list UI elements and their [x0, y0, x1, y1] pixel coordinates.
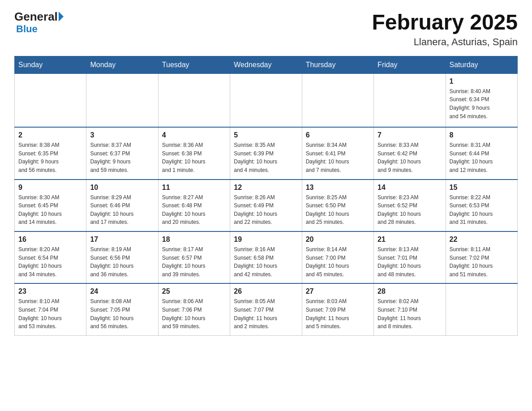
day-info: Sunrise: 8:30 AMSunset: 6:45 PMDaylight:…: [18, 193, 82, 227]
day-number: 6: [306, 131, 370, 139]
day-info: Sunrise: 8:27 AMSunset: 6:48 PMDaylight:…: [162, 193, 226, 227]
day-info: Sunrise: 8:40 AMSunset: 6:34 PMDaylight:…: [450, 87, 514, 120]
day-info: Sunrise: 8:16 AMSunset: 6:58 PMDaylight:…: [234, 245, 298, 278]
calendar-week-1: 1Sunrise: 8:40 AMSunset: 6:34 PMDaylight…: [15, 73, 518, 127]
calendar-cell: 10Sunrise: 8:29 AMSunset: 6:46 PMDayligh…: [86, 180, 158, 231]
day-number: 20: [306, 235, 370, 244]
calendar-cell: 1Sunrise: 8:40 AMSunset: 6:34 PMDaylight…: [446, 73, 517, 127]
calendar-cell: [446, 283, 517, 335]
calendar-cell: 15Sunrise: 8:22 AMSunset: 6:53 PMDayligh…: [446, 180, 517, 231]
day-number: 24: [90, 287, 154, 295]
calendar-cell: 14Sunrise: 8:23 AMSunset: 6:52 PMDayligh…: [374, 180, 446, 231]
day-number: 8: [450, 131, 514, 139]
calendar-week-3: 9Sunrise: 8:30 AMSunset: 6:45 PMDaylight…: [15, 180, 518, 231]
day-info: Sunrise: 8:02 AMSunset: 7:10 PMDaylight:…: [378, 297, 442, 330]
day-number: 1: [450, 77, 514, 86]
calendar-week-5: 23Sunrise: 8:10 AMSunset: 7:04 PMDayligh…: [15, 283, 518, 335]
weekday-header-thursday: Thursday: [302, 56, 373, 73]
weekday-header-friday: Friday: [374, 56, 446, 73]
calendar-subtitle: Llanera, Asturias, Spain: [372, 36, 518, 48]
calendar-cell: 7Sunrise: 8:33 AMSunset: 6:42 PMDaylight…: [374, 127, 446, 179]
day-number: 10: [90, 184, 154, 192]
day-info: Sunrise: 8:34 AMSunset: 6:41 PMDaylight:…: [306, 141, 370, 174]
day-info: Sunrise: 8:35 AMSunset: 6:39 PMDaylight:…: [234, 141, 298, 174]
day-number: 16: [18, 235, 82, 244]
day-info: Sunrise: 8:31 AMSunset: 6:44 PMDaylight:…: [450, 141, 514, 174]
calendar-cell: 24Sunrise: 8:08 AMSunset: 7:05 PMDayligh…: [86, 283, 158, 335]
day-info: Sunrise: 8:03 AMSunset: 7:09 PMDaylight:…: [306, 297, 370, 330]
weekday-header-sunday: Sunday: [15, 56, 86, 73]
day-number: 4: [162, 131, 226, 139]
day-number: 11: [162, 184, 226, 192]
calendar-cell: [230, 73, 302, 127]
page-header: General Blue February 2025 Llanera, Astu…: [14, 11, 518, 48]
day-info: Sunrise: 8:08 AMSunset: 7:05 PMDaylight:…: [90, 297, 154, 330]
calendar-cell: 9Sunrise: 8:30 AMSunset: 6:45 PMDaylight…: [15, 180, 86, 231]
calendar-table: SundayMondayTuesdayWednesdayThursdayFrid…: [14, 56, 518, 336]
weekday-header-monday: Monday: [86, 56, 158, 73]
day-info: Sunrise: 8:22 AMSunset: 6:53 PMDaylight:…: [450, 193, 514, 227]
day-number: 18: [162, 235, 226, 244]
calendar-cell: 22Sunrise: 8:11 AMSunset: 7:02 PMDayligh…: [446, 231, 517, 283]
calendar-cell: 27Sunrise: 8:03 AMSunset: 7:09 PMDayligh…: [302, 283, 373, 335]
calendar-cell: [15, 73, 86, 127]
day-info: Sunrise: 8:05 AMSunset: 7:07 PMDaylight:…: [234, 297, 298, 330]
calendar-cell: 28Sunrise: 8:02 AMSunset: 7:10 PMDayligh…: [374, 283, 446, 335]
day-number: 17: [90, 235, 154, 244]
calendar-cell: 18Sunrise: 8:17 AMSunset: 6:57 PMDayligh…: [158, 231, 230, 283]
day-info: Sunrise: 8:23 AMSunset: 6:52 PMDaylight:…: [378, 193, 442, 227]
day-number: 26: [234, 287, 298, 295]
day-number: 5: [234, 131, 298, 139]
calendar-cell: 2Sunrise: 8:38 AMSunset: 6:35 PMDaylight…: [15, 127, 86, 179]
day-info: Sunrise: 8:38 AMSunset: 6:35 PMDaylight:…: [18, 141, 82, 174]
logo-arrow-icon: [59, 12, 64, 21]
day-info: Sunrise: 8:13 AMSunset: 7:01 PMDaylight:…: [378, 245, 442, 278]
calendar-cell: 8Sunrise: 8:31 AMSunset: 6:44 PMDaylight…: [446, 127, 517, 179]
day-info: Sunrise: 8:14 AMSunset: 7:00 PMDaylight:…: [306, 245, 370, 278]
logo-text: General: [14, 11, 64, 22]
calendar-cell: [302, 73, 373, 127]
calendar-title: February 2025: [372, 11, 518, 34]
calendar-cell: 25Sunrise: 8:06 AMSunset: 7:06 PMDayligh…: [158, 283, 230, 335]
day-info: Sunrise: 8:29 AMSunset: 6:46 PMDaylight:…: [90, 193, 154, 227]
day-number: 22: [450, 235, 514, 244]
calendar-cell: [86, 73, 158, 127]
calendar-cell: 19Sunrise: 8:16 AMSunset: 6:58 PMDayligh…: [230, 231, 302, 283]
day-number: 3: [90, 131, 154, 139]
day-number: 9: [18, 184, 82, 192]
day-number: 12: [234, 184, 298, 192]
day-number: 23: [18, 287, 82, 295]
day-info: Sunrise: 8:20 AMSunset: 6:54 PMDaylight:…: [18, 245, 82, 278]
calendar-cell: 12Sunrise: 8:26 AMSunset: 6:49 PMDayligh…: [230, 180, 302, 231]
logo-name-part2: Blue: [16, 23, 38, 35]
calendar-cell: [374, 73, 446, 127]
day-info: Sunrise: 8:26 AMSunset: 6:49 PMDaylight:…: [234, 193, 298, 227]
day-info: Sunrise: 8:37 AMSunset: 6:37 PMDaylight:…: [90, 141, 154, 174]
calendar-week-4: 16Sunrise: 8:20 AMSunset: 6:54 PMDayligh…: [15, 231, 518, 283]
title-area: February 2025 Llanera, Asturias, Spain: [372, 11, 518, 48]
calendar-cell: 11Sunrise: 8:27 AMSunset: 6:48 PMDayligh…: [158, 180, 230, 231]
day-number: 2: [18, 131, 82, 139]
day-info: Sunrise: 8:33 AMSunset: 6:42 PMDaylight:…: [378, 141, 442, 174]
calendar-cell: 5Sunrise: 8:35 AMSunset: 6:39 PMDaylight…: [230, 127, 302, 179]
weekday-header-row: SundayMondayTuesdayWednesdayThursdayFrid…: [15, 56, 518, 73]
day-number: 19: [234, 235, 298, 244]
calendar-cell: 26Sunrise: 8:05 AMSunset: 7:07 PMDayligh…: [230, 283, 302, 335]
calendar-cell: [158, 73, 230, 127]
weekday-header-wednesday: Wednesday: [230, 56, 302, 73]
day-number: 25: [162, 287, 226, 295]
calendar-cell: 13Sunrise: 8:25 AMSunset: 6:50 PMDayligh…: [302, 180, 373, 231]
day-number: 7: [378, 131, 442, 139]
calendar-cell: 4Sunrise: 8:36 AMSunset: 6:38 PMDaylight…: [158, 127, 230, 179]
day-info: Sunrise: 8:10 AMSunset: 7:04 PMDaylight:…: [18, 297, 82, 330]
logo: General Blue: [14, 11, 64, 35]
calendar-cell: 23Sunrise: 8:10 AMSunset: 7:04 PMDayligh…: [15, 283, 86, 335]
day-info: Sunrise: 8:36 AMSunset: 6:38 PMDaylight:…: [162, 141, 226, 174]
day-number: 28: [378, 287, 442, 295]
day-info: Sunrise: 8:25 AMSunset: 6:50 PMDaylight:…: [306, 193, 370, 227]
day-info: Sunrise: 8:06 AMSunset: 7:06 PMDaylight:…: [162, 297, 226, 330]
day-number: 13: [306, 184, 370, 192]
logo-name-part1: General: [14, 11, 58, 22]
day-number: 14: [378, 184, 442, 192]
calendar-cell: 6Sunrise: 8:34 AMSunset: 6:41 PMDaylight…: [302, 127, 373, 179]
